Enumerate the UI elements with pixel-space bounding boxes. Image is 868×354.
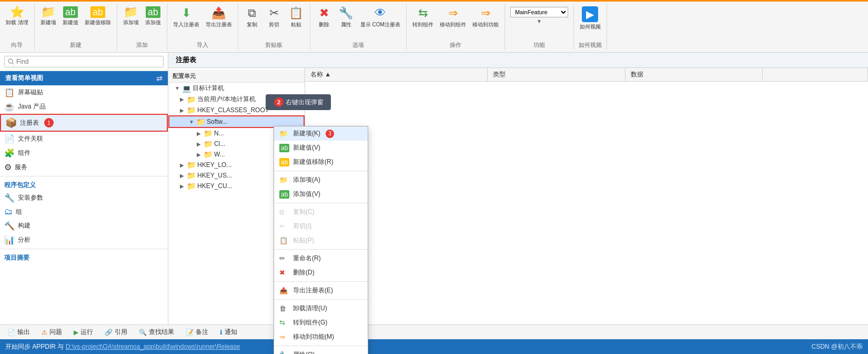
sidebar-item-install-params[interactable]: 🔧 安装参数 [0,191,168,205]
sidebar-item-analyze[interactable]: 📊 分析 [0,233,168,247]
expand-software[interactable]: ▼ [188,119,195,125]
sidebar-item-label: 文件关联 [18,134,43,143]
tab-issues[interactable]: ⚠ 问题 [36,327,67,338]
delete-button[interactable]: ✖ 删除 [314,5,335,30]
tab-notifications[interactable]: ℹ 通知 [215,327,243,338]
show-com-button[interactable]: 👁 显示 COM注册表 [358,5,403,30]
uninstall-clean-button[interactable]: ⭐ 卸载 清理 [3,5,31,28]
cm-add-value-label: 添加值(V) [293,190,320,199]
cm-item-new-value[interactable]: ab 新建值(V) [274,141,368,155]
cm-new-value-remove-label: 新建值移除(R) [293,158,334,166]
cm-item-move-function[interactable]: ⇒ 移动到功能(M) [274,330,368,344]
cm-item-cut: ✂ 剪切(I) [274,219,368,233]
sidebar-item-service[interactable]: ⚙ 服务 [0,160,168,174]
cm-item-add-item[interactable]: 📁 添加项(A) [274,173,368,187]
cut-icon: ✂ [269,6,279,20]
tab-notes[interactable]: 📝 备注 [180,327,214,338]
cm-add-item-label: 添加项(A) [293,175,320,184]
goto-component-button[interactable]: ⇆ 转到组件 [410,5,436,30]
expand-w-sub[interactable]: ▶ [196,152,202,158]
play-icon: ▶ [582,6,598,22]
move-component-button[interactable]: ⇒ 移动到组件 [437,5,469,30]
col-name[interactable]: 名称 ▲ [305,68,488,82]
cm-item-properties[interactable]: 🔧 属性(O) [274,348,368,354]
screen-clip-icon: 📋 [4,87,15,97]
add-item-button[interactable]: 📁 添加项 [120,5,142,28]
paste-button[interactable]: 📋 粘贴 [286,5,307,30]
registry-data-table: 名称 ▲ 类型 数据 [305,68,868,82]
cm-item-rename[interactable]: ✏ 重命名(R) [274,251,368,266]
sidebar-item-file-assoc[interactable]: 📄 文件关联 [0,132,168,146]
cm-item-goto-component[interactable]: ⇆ 转到组件(G) [274,316,368,330]
add-buttons: 📁 添加项 ab 添加值 [120,5,164,28]
add-group-label: 添加 [136,40,148,49]
expand-c-sub[interactable]: ▶ [196,141,202,147]
tree-item-target-pc[interactable]: ▼ 💻 目标计算机 [168,83,305,94]
registry-icon: 📦 [5,117,17,129]
tab-output[interactable]: 📄 输出 [2,327,35,338]
feature-select[interactable]: MainFeature [510,7,568,17]
group-icon: 🗂 [4,207,13,217]
transfer-icon: ⇆ [418,6,428,20]
tree-label-hkcr: HKEY_CLASSES_ROOT [197,106,269,114]
clipboard-group-label: 剪贴板 [265,40,282,49]
cm-divider-3 [274,249,368,250]
sidebar-content: 📋 屏幕磁贴 ☕ Java 产品 📦 注册表 1 📄 文件关联 🧩 组件 [0,85,168,324]
tab-references[interactable]: 🔗 引用 [99,327,133,338]
new-item-button[interactable]: 📁 新建项 [38,5,59,28]
star-icon: ⭐ [10,6,24,18]
cm-new-item-label: 新建项(K) [293,129,320,138]
sidebar-item-component[interactable]: 🧩 组件 [0,146,168,160]
search-input[interactable] [4,56,164,67]
expand-n-sub[interactable]: ▶ [196,131,202,136]
output-icon: 📄 [7,329,15,336]
cut-button[interactable]: ✂ 剪切 [264,5,285,30]
expand-current-user[interactable]: ▶ [179,96,185,102]
col-data[interactable]: 数据 [625,68,762,82]
cm-item-new-item[interactable]: 📁 新建项(K) 3 [274,126,368,141]
expand-hkcu[interactable]: ▶ [179,183,185,189]
tab-run[interactable]: ▶ 运行 [68,327,98,338]
registry-table: 名称 ▲ 类型 数据 [305,68,868,324]
export-reg-button[interactable]: 📤 导出注册表 [203,5,235,30]
add-value-button[interactable]: ab 添加值 [143,5,164,28]
sidebar-item-group[interactable]: 🗂 组 [0,205,168,219]
cm-item-delete[interactable]: ✖ 删除(D) [274,266,368,280]
expand-hklm[interactable]: ▶ [179,162,185,168]
properties-button[interactable]: 🔧 属性 [336,5,357,30]
clipboard-buttons: ⧉ 复制 ✂ 剪切 📋 粘贴 [241,5,307,30]
new-value-remove-button[interactable]: ab 新建值移除 [82,5,114,28]
cm-item-export[interactable]: 📤 导出注册表(E) [274,283,368,298]
expand-hkcr[interactable]: ▶ [179,107,185,113]
col-type[interactable]: 类型 [488,68,625,82]
tree-label-hklm: HKEY_LO... [197,161,231,169]
ops-group-label: 操作 [450,40,461,49]
sidebar-item-screen-clip[interactable]: 📋 屏幕磁贴 [0,85,168,100]
sidebar-item-build[interactable]: 🔨 构建 [0,219,168,233]
cm-item-new-value-remove[interactable]: ab 新建值移除(R) [274,155,368,169]
how-to-video-button[interactable]: ▶ 如何视频 [577,5,603,32]
status-link[interactable]: D:\vs-project\OA\streamoa_app\build\wind… [66,343,240,350]
feature-select-container[interactable]: MainFeature ▼ [510,7,568,24]
context-menu: 📁 新建项(K) 3 ab 新建值(V) ab 新建值移除(R) 📁 添加项(A… [274,126,368,354]
adjust-icon[interactable]: ⇄ [156,74,163,83]
sidebar-item-registry[interactable]: 📦 注册表 1 [0,114,168,132]
expand-target-pc[interactable]: ▼ [174,85,180,91]
cm-new-value-icon: ab [279,144,289,152]
copy-button[interactable]: ⧉ 复制 [241,5,263,30]
sidebar-header-label: 查看简单视图 [5,74,43,83]
tab-search-results[interactable]: 🔍 查找结果 [134,327,179,338]
cm-copy-label: 复制(C) [293,208,315,217]
sidebar-item-java[interactable]: ☕ Java 产品 [0,100,168,114]
cm-item-add-value[interactable]: ab 添加值(V) [274,187,368,201]
new-value-button[interactable]: ab 新建值 [60,5,81,28]
feature-group-label: 功能 [533,40,545,49]
sidebar-item-label: 构建 [18,221,31,230]
guide-group-label: 向导 [11,40,23,49]
cm-item-unload[interactable]: 🗑 卸载清理(U) [274,301,368,316]
import-reg-button[interactable]: ⬇ 导入注册表 [170,5,202,30]
expand-hkus[interactable]: ▶ [179,173,185,179]
cm-divider-2 [274,203,368,203]
guide-buttons: ⭐ 卸载 清理 [3,5,31,28]
move-function-button[interactable]: ⇒ 移动到功能 [470,5,501,30]
